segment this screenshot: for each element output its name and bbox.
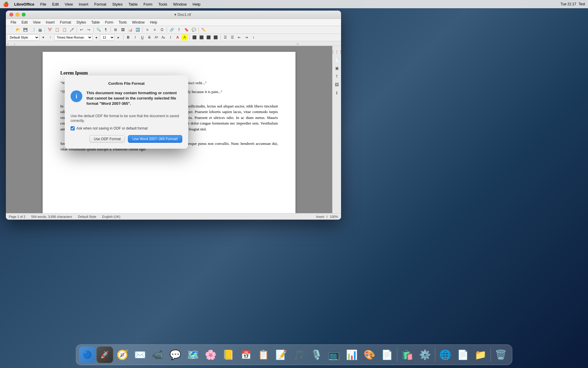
confirm-format-dialog: Confirm File Format i This document may … — [65, 75, 188, 149]
dock-reminders[interactable]: 📋 — [255, 347, 272, 363]
menubar-user: Test — [579, 2, 585, 6]
menubar-app-name[interactable]: LibreOffice — [12, 1, 37, 7]
dock-facetime[interactable]: 📹 — [150, 347, 166, 363]
dialog-checkbox-label: Ask when not saving in ODF or default fo… — [76, 126, 148, 130]
dialog-checkbox-row: Ask when not saving in ODF or default fo… — [71, 126, 182, 130]
dock-appletv[interactable]: 📺 — [326, 347, 343, 363]
desktop: 🍎 LibreOffice File Edit View Insert Form… — [0, 0, 588, 368]
dock-numbers[interactable]: 📊 — [344, 347, 360, 363]
apple-menu[interactable]: 🍎 — [3, 1, 9, 7]
menubar-styles[interactable]: Styles — [110, 1, 125, 7]
menubar-time: Tue 21:17 — [560, 2, 576, 6]
dialog-sub-text: Use the default ODF file format to be su… — [71, 114, 182, 124]
dock: 🔵 🚀 🧭 ✉️ 📹 💬 🗺️ 🌸 📒 📅 📋 — [76, 344, 512, 365]
menubar-right: Tue 21:17 Test — [560, 2, 585, 6]
dialog-body: i This document may contain formatting o… — [71, 90, 182, 110]
dock-appstore[interactable]: 🛍️ — [399, 347, 416, 363]
menubar-file[interactable]: File — [38, 1, 49, 7]
dialog-text-block: This document may contain formatting or … — [86, 90, 182, 110]
menubar-form[interactable]: Form — [141, 1, 155, 7]
dock-separator-2 — [435, 348, 435, 362]
dialog-buttons: Use ODF Format Use Word 2007–365 Format! — [71, 135, 182, 143]
dialog-overlay: Confirm File Format i This document may … — [6, 11, 341, 220]
dock-messages[interactable]: 💬 — [167, 347, 184, 363]
dialog-title: Confirm File Format — [71, 81, 182, 86]
dock-podcasts[interactable]: 🎙️ — [308, 347, 325, 363]
use-odf-button[interactable]: Use ODF Format — [89, 135, 125, 143]
dock-trash[interactable]: 🗑️ — [493, 347, 509, 363]
dock-maps[interactable]: 🗺️ — [185, 347, 201, 363]
menubar-format[interactable]: Format — [92, 1, 108, 7]
dock-notes[interactable]: 📝 — [273, 347, 290, 363]
dock-sysprefs[interactable]: ⚙️ — [417, 347, 433, 363]
menubar-view[interactable]: View — [62, 1, 75, 7]
dock-contacts[interactable]: 📒 — [220, 347, 237, 363]
libreoffice-window: ▾ Doc1.rtf File Edit View Insert Format … — [6, 11, 341, 220]
dock-blank2[interactable]: 📁 — [472, 347, 489, 363]
menubar-edit[interactable]: Edit — [50, 1, 61, 7]
dialog-main-text: This document may contain formatting or … — [86, 90, 182, 107]
dock-chrome[interactable]: 🌐 — [437, 347, 454, 363]
system-menubar: 🍎 LibreOffice File Edit View Insert Form… — [0, 0, 588, 8]
menubar-insert[interactable]: Insert — [76, 1, 91, 7]
dock-pages[interactable]: 📄 — [379, 347, 395, 363]
dialog-checkbox[interactable] — [71, 126, 75, 130]
dock-mail[interactable]: ✉️ — [132, 347, 148, 363]
dock-photos[interactable]: 🌸 — [203, 347, 219, 363]
menubar-tools[interactable]: Tools — [156, 1, 169, 7]
dock-finder[interactable]: 🔵 — [79, 347, 96, 363]
use-word-button[interactable]: Use Word 2007–365 Format! — [128, 135, 182, 143]
dock-separator-1 — [397, 348, 397, 362]
dock-music[interactable]: 🎵 — [291, 347, 307, 363]
dock-blank1[interactable]: 📄 — [455, 347, 471, 363]
dock-keynote[interactable]: 🎨 — [361, 347, 378, 363]
menubar-help[interactable]: Help — [190, 1, 203, 7]
dock-separator-3 — [491, 348, 491, 362]
dock-launchpad[interactable]: 🚀 — [97, 347, 113, 363]
dialog-info-icon: i — [71, 90, 82, 102]
menubar-table[interactable]: Table — [126, 1, 140, 7]
dock-calendar[interactable]: 📅 — [238, 347, 254, 363]
dock-safari[interactable]: 🧭 — [114, 347, 131, 363]
menubar-window[interactable]: Window — [171, 1, 189, 7]
